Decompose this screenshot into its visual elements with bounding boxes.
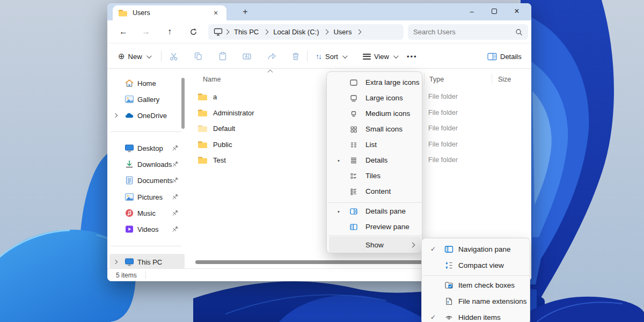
pin-icon — [171, 176, 179, 185]
sidebar-item-onedrive[interactable]: OneDrive — [109, 108, 185, 123]
more-options-button[interactable]: ••• — [404, 49, 421, 64]
submenu-item-compact-view[interactable]: Compact view — [424, 257, 529, 273]
search-box — [408, 24, 528, 40]
share-button[interactable] — [265, 50, 278, 63]
new-tab-button[interactable]: + — [239, 6, 251, 18]
file-type: File folder — [428, 125, 458, 132]
menu-item-large-icons[interactable]: Large icons — [329, 90, 421, 106]
sort-ascending-icon[interactable] — [268, 70, 273, 75]
pin-icon — [171, 209, 179, 217]
sidebar-item-documents[interactable]: Documents — [109, 173, 185, 188]
submenu-item-label: Hidden items — [458, 313, 501, 321]
menu-item-preview-pane[interactable]: Preview pane — [329, 219, 421, 235]
menu-item-content[interactable]: Content — [329, 184, 421, 199]
file-name: Public — [213, 141, 232, 149]
rename-button[interactable] — [240, 50, 253, 63]
forward-button[interactable]: → — [138, 24, 153, 39]
menu-item-show[interactable]: Show — [329, 237, 421, 253]
sidebar-item-videos[interactable]: Videos — [109, 222, 185, 237]
submenu-item-label: Item check boxes — [458, 281, 515, 289]
menu-item-list[interactable]: List — [329, 137, 421, 152]
crumb-this-pc[interactable]: This PC — [231, 28, 262, 36]
this-pc-icon — [125, 257, 134, 267]
sidebar-item-gallery[interactable]: Gallery — [109, 92, 185, 107]
folder-icon — [118, 9, 128, 17]
menu-item-details[interactable]: • Details — [329, 152, 421, 168]
navigation-pane: Home Gallery OneDrive Desktop Downloads — [107, 69, 188, 268]
menu-item-label: Tiles — [365, 172, 380, 180]
sidebar-item-music[interactable]: Music — [109, 206, 185, 221]
sort-arrows-icon: ↑↓ — [316, 52, 321, 61]
cut-button[interactable] — [167, 50, 180, 63]
menu-item-label: Details pane — [365, 207, 406, 215]
sidebar-item-label: OneDrive — [137, 112, 167, 120]
chevron-right-icon[interactable] — [113, 113, 118, 118]
pin-icon — [171, 160, 179, 169]
sidebar-item-this-pc[interactable]: This PC — [109, 254, 185, 270]
folder-icon — [197, 109, 208, 117]
tab-close-icon[interactable]: × — [210, 8, 221, 18]
column-header-name[interactable]: Name — [203, 76, 221, 83]
folder-icon — [197, 156, 208, 164]
crumb-local-disk[interactable]: Local Disk (C:) — [270, 28, 322, 36]
medium-icons-icon — [349, 109, 358, 118]
submenu-item-item-check-boxes[interactable]: Item check boxes — [424, 277, 529, 293]
tab-title: Users — [133, 9, 210, 17]
plus-circle-icon: ⊕ — [118, 52, 125, 61]
delete-button[interactable] — [289, 50, 302, 63]
breadcrumb-chevron-icon — [356, 30, 362, 35]
maximize-button[interactable] — [483, 3, 506, 19]
this-pc-icon — [214, 28, 223, 36]
refresh-button[interactable] — [186, 24, 201, 39]
search-input[interactable] — [413, 28, 515, 36]
submenu-item-hidden-items[interactable]: ✓ Hidden items — [424, 309, 529, 322]
submenu-item-navigation-pane[interactable]: ✓ Navigation pane — [424, 241, 529, 257]
column-divider[interactable] — [424, 73, 425, 85]
close-button[interactable]: × — [506, 3, 528, 19]
sidebar-divider — [111, 246, 181, 246]
sidebar-item-desktop[interactable]: Desktop — [109, 141, 185, 156]
sidebar-item-label: Videos — [137, 225, 159, 233]
sidebar-item-home[interactable]: Home — [109, 76, 185, 91]
copy-button[interactable] — [192, 50, 205, 63]
crumb-users[interactable]: Users — [330, 28, 355, 36]
navigation-pane-icon — [444, 245, 453, 254]
view-button[interactable]: View — [360, 49, 400, 64]
sidebar-scrollbar[interactable] — [181, 78, 185, 129]
column-header-type[interactable]: Type — [429, 76, 444, 83]
new-button[interactable]: ⊕ New — [115, 49, 153, 64]
chevron-right-icon[interactable] — [113, 260, 118, 264]
back-button[interactable]: ← — [116, 24, 131, 39]
column-header-size[interactable]: Size — [498, 76, 511, 83]
menu-item-label: List — [365, 141, 377, 149]
menu-item-small-icons[interactable]: Small icons — [329, 121, 421, 137]
paste-button[interactable] — [216, 50, 229, 63]
menu-item-extra-large-icons[interactable]: Extra large icons — [329, 75, 421, 90]
minimize-button[interactable]: – — [460, 3, 483, 19]
breadcrumb[interactable]: This PC Local Disk (C:) Users — [208, 24, 404, 40]
sidebar-item-pictures[interactable]: Pictures — [109, 189, 185, 204]
menu-item-medium-icons[interactable]: Medium icons — [329, 106, 421, 121]
home-icon — [125, 78, 134, 88]
scissors-icon — [169, 51, 179, 62]
search-icon — [515, 28, 523, 36]
clipboard-icon — [217, 51, 228, 62]
column-divider[interactable] — [492, 73, 492, 85]
details-icon — [349, 156, 358, 165]
chevron-down-icon — [342, 53, 348, 58]
up-button[interactable]: ↑ — [162, 24, 177, 39]
details-pane-toggle[interactable]: Details — [484, 49, 525, 64]
tab-users[interactable]: Users × — [113, 5, 226, 20]
submenu-item-file-name-extensions[interactable]: File name extensions — [424, 293, 529, 309]
menu-item-label: Show — [365, 241, 384, 249]
view-lines-icon — [363, 52, 371, 61]
sidebar-item-label: Documents — [137, 177, 173, 185]
menu-item-label: Extra large icons — [365, 78, 420, 86]
maximize-icon — [492, 9, 497, 14]
menu-item-details-pane[interactable]: • Details pane — [329, 203, 421, 219]
sidebar-item-downloads[interactable]: Downloads — [109, 157, 185, 172]
menu-item-tiles[interactable]: Tiles — [329, 168, 421, 184]
folder-icon — [197, 125, 208, 133]
sort-button[interactable]: ↑↓ Sort — [312, 49, 349, 64]
sidebar-divider — [111, 131, 181, 132]
